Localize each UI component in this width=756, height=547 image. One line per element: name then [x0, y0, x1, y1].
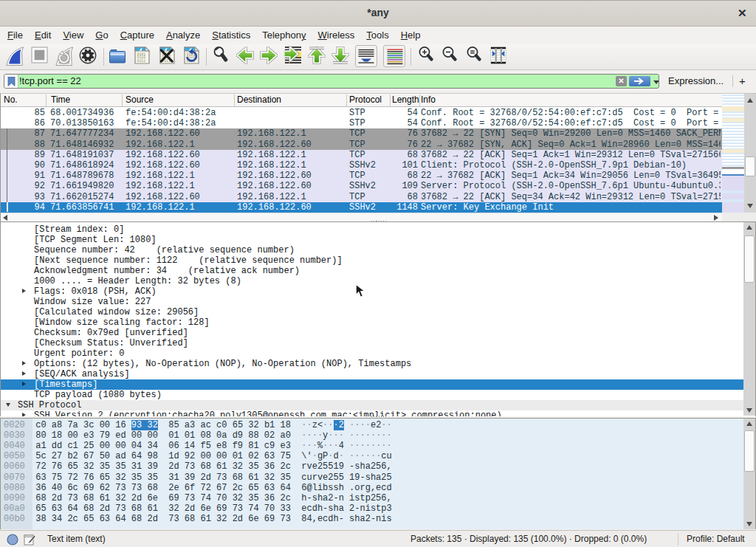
svg-text:0111: 0111 [137, 59, 146, 63]
